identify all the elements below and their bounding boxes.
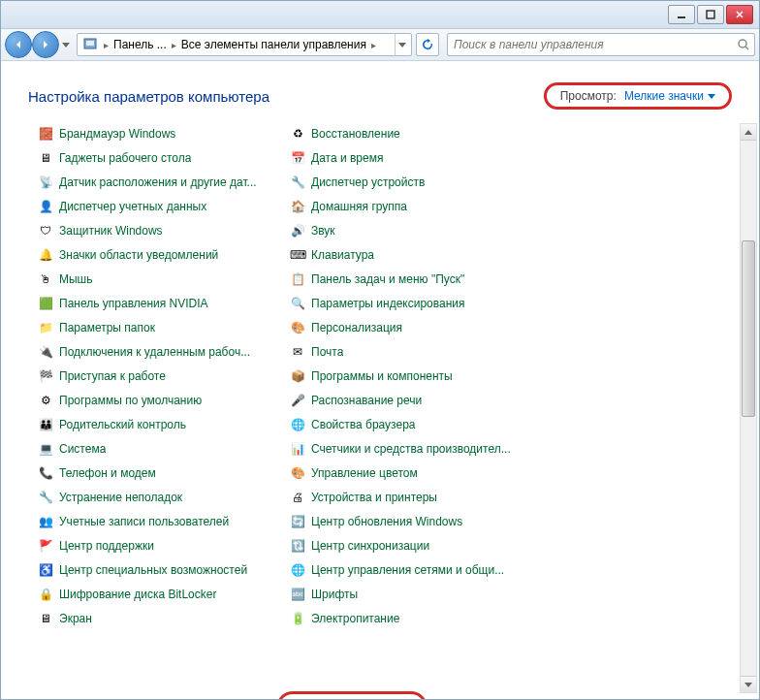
- control-panel-item[interactable]: 🎨Персонализация: [290, 315, 522, 339]
- control-panel-item[interactable]: 🚩Центр поддержки: [38, 533, 270, 557]
- item-icon: 🟩: [38, 296, 53, 311]
- item-label: Мышь: [59, 272, 93, 286]
- control-panel-item[interactable]: 🔄Центр обновления Windows: [290, 509, 522, 533]
- control-panel-item[interactable]: 🔒Шифрование диска BitLocker: [38, 582, 270, 606]
- item-label: Устранение неполадок: [59, 491, 182, 504]
- control-panel-item[interactable]: 🛡Защитник Windows: [38, 218, 270, 242]
- item-icon: 🔃: [290, 538, 305, 554]
- breadcrumb-dropdown[interactable]: [395, 34, 409, 55]
- item-label: Диспетчер учетных данных: [59, 200, 206, 213]
- item-icon: 🌐: [290, 562, 305, 578]
- control-panel-item[interactable]: 🔋Электропитание: [290, 606, 522, 630]
- forward-button[interactable]: [32, 31, 59, 58]
- item-label: Телефон и модем: [59, 466, 156, 480]
- control-panel-item[interactable]: 🏠Домашняя группа: [290, 194, 522, 218]
- control-panel-item[interactable]: 🌐Центр управления сетями и общи...: [290, 557, 522, 582]
- control-panel-item[interactable]: 🏁Приступая к работе: [38, 364, 270, 388]
- item-icon: 👪: [38, 417, 53, 432]
- control-panel-item[interactable]: 🔧Устранение неполадок: [38, 485, 270, 509]
- item-label: Брандмауэр Windows: [59, 127, 175, 141]
- item-label: Центр поддержки: [59, 539, 154, 553]
- item-icon: 🏁: [38, 368, 53, 384]
- item-label: Панель задач и меню "Пуск": [311, 272, 464, 286]
- item-icon: 🎨: [290, 320, 305, 335]
- item-icon: 🔔: [38, 247, 53, 263]
- control-panel-item[interactable]: 👥Учетные записи пользователей: [38, 509, 270, 533]
- control-panel-item[interactable]: 🎨Управление цветом: [290, 461, 522, 485]
- control-panel-item[interactable]: ♻Восстановление: [290, 121, 522, 145]
- chevron-down-icon: [708, 94, 715, 99]
- breadcrumb-item-panel[interactable]: Панель ...: [111, 38, 169, 51]
- item-icon: ♿: [38, 562, 53, 578]
- item-label: Клавиатура: [311, 248, 374, 262]
- titlebar: [1, 1, 759, 29]
- item-label: Приступая к работе: [59, 369, 166, 383]
- control-panel-item[interactable]: ✉Почта: [290, 339, 522, 364]
- item-label: Датчик расположения и другие дат...: [59, 175, 257, 189]
- item-icon: 🖱: [38, 271, 53, 287]
- item-icon: 📦: [290, 368, 305, 384]
- scroll-thumb[interactable]: [742, 240, 755, 417]
- item-icon: 🖥: [38, 611, 53, 626]
- item-label: Система: [59, 442, 106, 456]
- breadcrumb-item-all[interactable]: Все элементы панели управления: [179, 38, 368, 51]
- maximize-button[interactable]: [697, 5, 724, 24]
- items-column-1: 🧱Брандмауэр Windows🖥Гаджеты рабочего сто…: [38, 121, 270, 630]
- control-panel-item[interactable]: 🎤Распознавание речи: [290, 388, 522, 412]
- header-row: Настройка параметров компьютера Просмотр…: [1, 61, 759, 121]
- items-column-2: ♻Восстановление📅Дата и время🔧Диспетчер у…: [290, 121, 522, 630]
- control-panel-item[interactable]: 📦Программы и компоненты: [290, 364, 522, 388]
- control-panel-item[interactable]: 📡Датчик расположения и другие дат...: [38, 170, 270, 194]
- control-panel-item[interactable]: 🔧Диспетчер устройств: [290, 170, 522, 194]
- control-panel-item[interactable]: ⌨Клавиатура: [290, 242, 522, 267]
- window-controls: [668, 5, 753, 24]
- control-panel-item[interactable]: 📅Дата и время: [290, 145, 522, 170]
- control-panel-item[interactable]: ⚙Программы по умолчанию: [38, 388, 270, 412]
- control-panel-item[interactable]: 📁Параметры папок: [38, 315, 270, 339]
- back-button[interactable]: [5, 31, 32, 58]
- item-label: Центр управления сетями и общи...: [311, 563, 504, 577]
- control-panel-item[interactable]: 🌐Свойства браузера: [290, 412, 522, 436]
- scroll-up-button[interactable]: [741, 124, 756, 141]
- item-icon: 📋: [290, 271, 305, 287]
- item-icon: ⚙: [38, 393, 53, 408]
- control-panel-item[interactable]: 🔊Звук: [290, 218, 522, 242]
- content-area: Настройка параметров компьютера Просмотр…: [1, 61, 759, 700]
- control-panel-icon: [82, 37, 98, 52]
- control-panel-item[interactable]: 🖥Экран: [38, 606, 270, 630]
- control-panel-item[interactable]: 🧱Брандмауэр Windows: [38, 121, 270, 145]
- control-panel-item[interactable]: 📋Панель задач и меню "Пуск": [290, 267, 522, 291]
- control-panel-item[interactable]: 🔤Шрифты: [290, 582, 522, 606]
- control-panel-item[interactable]: 📊Счетчики и средства производител...: [290, 436, 522, 461]
- control-panel-item[interactable]: 💻Система: [38, 436, 270, 461]
- refresh-button[interactable]: [416, 33, 439, 56]
- control-panel-item[interactable]: 🖨Устройства и принтеры: [290, 485, 522, 509]
- view-dropdown[interactable]: Мелкие значки: [624, 89, 715, 103]
- item-label: Панель управления NVIDIA: [59, 297, 208, 310]
- page-title: Настройка параметров компьютера: [28, 88, 269, 105]
- control-panel-item[interactable]: 📞Телефон и модем: [38, 461, 270, 485]
- scrollbar: [740, 123, 757, 693]
- minimize-button[interactable]: [668, 5, 695, 24]
- item-icon: 📁: [38, 320, 53, 335]
- item-label: Почта: [311, 345, 343, 359]
- scroll-down-button[interactable]: [741, 676, 756, 692]
- control-panel-item[interactable]: 👤Диспетчер учетных данных: [38, 194, 270, 218]
- control-panel-item[interactable]: 🖱Мышь: [38, 267, 270, 291]
- search-input[interactable]: [452, 37, 737, 52]
- control-panel-item[interactable]: 🖥Гаджеты рабочего стола: [38, 145, 270, 170]
- search-box[interactable]: [447, 33, 755, 56]
- control-panel-item[interactable]: 👪Родительский контроль: [38, 412, 270, 436]
- control-panel-item[interactable]: 🔌Подключения к удаленным рабоч...: [38, 339, 270, 364]
- close-button[interactable]: [726, 5, 753, 24]
- control-panel-item[interactable]: 🔍Параметры индексирования: [290, 291, 522, 315]
- control-panel-item[interactable]: 🟩Панель управления NVIDIA: [38, 291, 270, 315]
- nav-history-dropdown[interactable]: [59, 35, 73, 54]
- item-icon: 🎨: [290, 465, 305, 481]
- control-panel-item[interactable]: 🔃Центр синхронизации: [290, 533, 522, 557]
- view-label: Просмотр:: [560, 89, 617, 103]
- item-label: Домашняя группа: [311, 200, 407, 213]
- control-panel-item[interactable]: ♿Центр специальных возможностей: [38, 557, 270, 582]
- item-icon: 📊: [290, 441, 305, 457]
- control-panel-item[interactable]: 🔔Значки области уведомлений: [38, 242, 270, 267]
